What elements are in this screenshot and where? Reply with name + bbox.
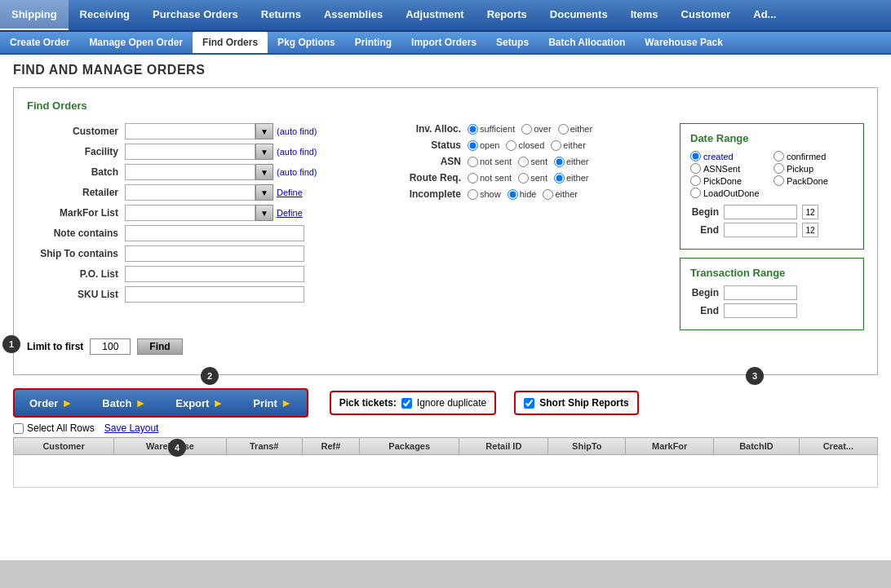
save-layout-link[interactable]: Save Layout: [104, 422, 159, 434]
date-radio-pickup[interactable]: Pickup: [774, 163, 853, 174]
date-begin-calendar-icon[interactable]: 12: [802, 205, 818, 219]
nav-customer[interactable]: Customer: [670, 0, 742, 30]
col-trans[interactable]: Trans#: [226, 438, 302, 455]
trans-end-input[interactable]: [724, 303, 797, 318]
markfor-define[interactable]: Define: [277, 208, 303, 218]
date-radio-packdone[interactable]: PackDone: [774, 175, 853, 186]
asn-either[interactable]: either: [554, 157, 589, 167]
route-req-not-sent[interactable]: not sent: [468, 173, 512, 183]
subnav-import-orders[interactable]: Import Orders: [401, 32, 486, 53]
date-radio-asnsent[interactable]: ASNSent: [690, 163, 770, 174]
asn-either-radio[interactable]: [554, 157, 565, 167]
nav-reports[interactable]: Reports: [476, 0, 539, 30]
nav-more[interactable]: Ad...: [742, 0, 787, 30]
nav-shipping[interactable]: Shipping: [0, 0, 69, 30]
subnav-setups[interactable]: Setups: [486, 32, 539, 53]
date-radio-created[interactable]: created: [690, 151, 770, 161]
facility-auto-find[interactable]: (auto find): [277, 147, 317, 157]
subnav-pkg-options[interactable]: Pkg Options: [268, 32, 345, 53]
col-markfor[interactable]: MarkFor: [626, 438, 714, 455]
nav-assemblies[interactable]: Assemblies: [313, 0, 394, 30]
status-closed[interactable]: closed: [506, 140, 544, 151]
nav-purchase-orders[interactable]: Purchase Orders: [141, 0, 250, 30]
col-shipto[interactable]: ShipTo: [548, 438, 626, 455]
status-open-radio[interactable]: [468, 140, 478, 151]
status-either-radio[interactable]: [551, 140, 561, 151]
export-button[interactable]: Export ►: [161, 390, 238, 416]
customer-auto-find[interactable]: (auto find): [277, 126, 317, 136]
retailer-dropdown[interactable]: ▼: [255, 184, 273, 201]
date-radio-created-input[interactable]: [690, 151, 701, 161]
route-req-either-radio[interactable]: [554, 173, 565, 183]
batch-input[interactable]: [125, 164, 255, 180]
incomplete-show-radio[interactable]: [468, 189, 478, 200]
asn-sent[interactable]: sent: [518, 157, 547, 167]
order-button[interactable]: Order ►: [15, 390, 87, 416]
date-radio-loadoutdone-input[interactable]: [690, 188, 701, 198]
incomplete-either[interactable]: either: [543, 189, 578, 200]
status-open[interactable]: open: [468, 140, 499, 151]
shipto-contains-input[interactable]: [125, 245, 304, 262]
incomplete-hide[interactable]: hide: [508, 189, 537, 200]
date-radio-pickdone-input[interactable]: [690, 175, 701, 186]
incomplete-either-radio[interactable]: [543, 189, 553, 200]
po-list-input[interactable]: [125, 266, 304, 282]
limit-input[interactable]: [90, 338, 131, 355]
col-batchid[interactable]: BatchID: [714, 438, 799, 455]
select-all-checkbox[interactable]: [13, 423, 24, 434]
customer-input[interactable]: [125, 123, 255, 139]
subnav-find-orders[interactable]: Find Orders: [193, 32, 268, 53]
asn-sent-radio[interactable]: [518, 157, 529, 167]
date-begin-input[interactable]: [724, 205, 797, 219]
incomplete-hide-radio[interactable]: [508, 189, 518, 200]
date-radio-confirmed-input[interactable]: [774, 151, 784, 161]
col-customer[interactable]: Customer: [14, 438, 114, 455]
nav-returns[interactable]: Returns: [250, 0, 313, 30]
route-req-sent[interactable]: sent: [518, 173, 547, 183]
asn-not-sent-radio[interactable]: [468, 157, 478, 167]
date-radio-pickdone[interactable]: PickDone: [690, 175, 770, 186]
asn-not-sent[interactable]: not sent: [468, 157, 512, 167]
date-end-calendar-icon[interactable]: 12: [802, 223, 818, 237]
col-packages[interactable]: Packages: [360, 438, 459, 455]
subnav-create-order[interactable]: Create Order: [0, 32, 79, 53]
subnav-printing[interactable]: Printing: [345, 32, 401, 53]
date-radio-confirmed[interactable]: confirmed: [774, 151, 853, 161]
inv-alloc-either[interactable]: either: [558, 124, 593, 135]
facility-dropdown[interactable]: ▼: [255, 144, 273, 160]
customer-dropdown[interactable]: ▼: [255, 123, 273, 139]
short-ship-checkbox[interactable]: [524, 398, 534, 409]
status-closed-radio[interactable]: [506, 140, 516, 151]
pick-tickets-checkbox[interactable]: [401, 398, 412, 409]
nav-items[interactable]: Items: [619, 0, 670, 30]
inv-alloc-either-radio[interactable]: [558, 124, 569, 135]
select-all-row[interactable]: Select All Rows: [13, 422, 95, 434]
date-radio-pickup-input[interactable]: [774, 163, 784, 174]
inv-alloc-sufficient-radio[interactable]: [468, 124, 478, 135]
nav-adjustment[interactable]: Adjustment: [394, 0, 476, 30]
inv-alloc-over[interactable]: over: [521, 124, 551, 135]
retailer-define[interactable]: Define: [277, 188, 303, 197]
inv-alloc-over-radio[interactable]: [521, 124, 532, 135]
batch-auto-find[interactable]: (auto find): [277, 167, 317, 177]
markfor-list-dropdown[interactable]: ▼: [255, 205, 273, 221]
col-created[interactable]: Creat...: [799, 438, 877, 455]
subnav-batch-allocation[interactable]: Batch Allocation: [539, 32, 635, 53]
batch-dropdown[interactable]: ▼: [255, 164, 273, 180]
incomplete-show[interactable]: show: [468, 189, 501, 200]
date-radio-loadoutdone[interactable]: LoadOutDone: [690, 188, 853, 198]
route-req-either[interactable]: either: [554, 173, 589, 183]
route-req-sent-radio[interactable]: [518, 173, 529, 183]
note-contains-input[interactable]: [125, 225, 304, 241]
batch-button[interactable]: Batch ►: [87, 390, 161, 416]
print-button[interactable]: Print ►: [238, 390, 306, 416]
sku-list-input[interactable]: [125, 286, 304, 303]
retailer-input[interactable]: [125, 184, 255, 201]
col-ref[interactable]: Ref#: [302, 438, 360, 455]
facility-input[interactable]: [125, 144, 255, 160]
find-button[interactable]: Find: [137, 338, 182, 355]
markfor-list-input[interactable]: [125, 205, 255, 221]
trans-begin-input[interactable]: [724, 285, 797, 300]
date-radio-packdone-input[interactable]: [774, 175, 784, 186]
inv-alloc-sufficient[interactable]: sufficient: [468, 124, 515, 135]
